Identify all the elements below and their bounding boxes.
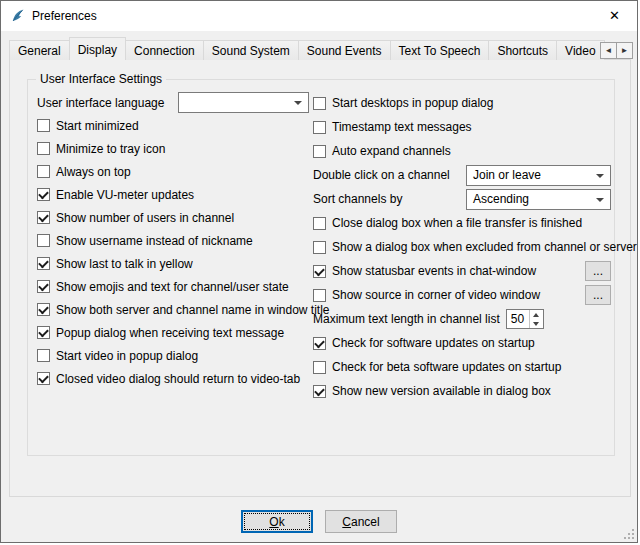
double-click-combobox[interactable]: Join or leave bbox=[466, 165, 611, 186]
double-click-value: Join or leave bbox=[473, 168, 541, 182]
checkbox-row: Auto expand channels bbox=[313, 139, 611, 163]
ok-button[interactable]: Ok bbox=[241, 510, 313, 533]
checkbox-row: Show username instead of nickname bbox=[37, 229, 309, 252]
checkbox-label: Auto expand channels bbox=[332, 144, 451, 158]
video-source-more-button[interactable]: ... bbox=[585, 285, 611, 305]
checkbox-label: Close dialog box when a file transfer is… bbox=[332, 216, 582, 230]
statusbar-events-more-button[interactable]: ... bbox=[585, 261, 611, 281]
spinner-down-icon[interactable] bbox=[530, 319, 543, 328]
left-column: User interface language Start minimized … bbox=[37, 91, 309, 390]
checkbox-label: Popup dialog when receiving text message bbox=[56, 326, 284, 340]
chevron-down-icon bbox=[294, 101, 302, 105]
video-source-row: Show source in corner of video window ..… bbox=[313, 283, 611, 307]
checkbox-row: Timestamp text messages bbox=[313, 115, 611, 139]
checkbox[interactable] bbox=[313, 361, 326, 374]
checkbox-label: Start minimized bbox=[56, 119, 139, 133]
checkbox[interactable] bbox=[37, 188, 50, 201]
checkbox-row: Check for software updates on startup bbox=[313, 331, 611, 355]
language-combobox[interactable] bbox=[178, 92, 309, 113]
sort-channels-combobox[interactable]: Ascending bbox=[466, 189, 611, 210]
checkbox-row: Start minimized bbox=[37, 114, 309, 137]
checkbox[interactable] bbox=[37, 326, 50, 339]
checkbox[interactable] bbox=[37, 142, 50, 155]
checkbox-label: Minimize to tray icon bbox=[56, 142, 165, 156]
language-label: User interface language bbox=[37, 96, 164, 110]
checkbox[interactable] bbox=[37, 165, 50, 178]
checkbox[interactable] bbox=[313, 145, 326, 158]
checkbox[interactable] bbox=[313, 241, 326, 254]
preferences-dialog: Preferences ✕ General Display Connection… bbox=[0, 0, 638, 543]
double-click-label: Double click on a channel bbox=[313, 168, 450, 182]
checkbox-row: Show last to talk in yellow bbox=[37, 252, 309, 275]
checkbox-label: Timestamp text messages bbox=[332, 120, 472, 134]
checkbox-label: Show a dialog box when excluded from cha… bbox=[332, 240, 637, 254]
checkbox[interactable] bbox=[313, 121, 326, 134]
checkbox[interactable] bbox=[37, 349, 50, 362]
dialog-buttons: Ok Cancel bbox=[1, 510, 637, 533]
checkbox[interactable] bbox=[313, 265, 326, 278]
checkbox-label: Start desktops in popup dialog bbox=[332, 96, 493, 110]
cancel-button[interactable]: Cancel bbox=[325, 510, 397, 533]
tab-general[interactable]: General bbox=[9, 40, 70, 60]
checkbox-label: Always on top bbox=[56, 165, 131, 179]
tab-display[interactable]: Display bbox=[69, 37, 126, 60]
chevron-down-icon bbox=[596, 198, 604, 202]
right-column: Start desktops in popup dialog Timestamp… bbox=[313, 91, 611, 403]
spinner-up-icon[interactable] bbox=[530, 310, 543, 319]
checkbox-row: Start desktops in popup dialog bbox=[313, 91, 611, 115]
checkbox-label: Check for software updates on startup bbox=[332, 336, 535, 350]
ok-rest: k bbox=[279, 515, 285, 529]
window-title: Preferences bbox=[32, 9, 97, 23]
checkbox-row: Show both server and channel name in win… bbox=[37, 298, 309, 321]
checkbox-row: Closed video dialog should return to vid… bbox=[37, 367, 309, 390]
checkbox[interactable] bbox=[313, 385, 326, 398]
checkbox[interactable] bbox=[37, 234, 50, 247]
checkbox-label: Show both server and channel name in win… bbox=[56, 303, 330, 317]
tab-text-to-speech[interactable]: Text To Speech bbox=[390, 40, 490, 60]
statusbar-events-row: Show statusbar events in chat-window ... bbox=[313, 259, 611, 283]
app-icon bbox=[10, 8, 26, 24]
max-text-length-value: 50 bbox=[507, 310, 529, 328]
double-click-row: Double click on a channel Join or leave bbox=[313, 163, 611, 187]
checkbox-label: Start video in popup dialog bbox=[56, 349, 198, 363]
checkbox-row: Show new version available in dialog box bbox=[313, 379, 611, 403]
tab-scroll: ◄ ► bbox=[601, 42, 633, 59]
checkbox[interactable] bbox=[313, 217, 326, 230]
tab-sound-system[interactable]: Sound System bbox=[203, 40, 299, 60]
language-row: User interface language bbox=[37, 91, 309, 114]
checkbox[interactable] bbox=[37, 211, 50, 224]
tab-video[interactable]: Video bbox=[556, 40, 604, 60]
tab-shortcuts[interactable]: Shortcuts bbox=[488, 40, 557, 60]
tab-scroll-right-icon[interactable]: ► bbox=[616, 42, 633, 59]
cancel-rest: ancel bbox=[351, 515, 380, 529]
checkbox-row: Popup dialog when receiving text message bbox=[37, 321, 309, 344]
checkbox-row: Show emojis and text for channel/user st… bbox=[37, 275, 309, 298]
checkbox-row: Show a dialog box when excluded from cha… bbox=[313, 235, 611, 259]
checkbox-label: Show number of users in channel bbox=[56, 211, 234, 225]
tab-sound-events[interactable]: Sound Events bbox=[298, 40, 391, 60]
ok-accel: O bbox=[269, 515, 278, 529]
checkbox[interactable] bbox=[37, 119, 50, 132]
checkbox[interactable] bbox=[37, 257, 50, 270]
tab-strip: General Display Connection Sound System … bbox=[9, 37, 613, 60]
tab-connection[interactable]: Connection bbox=[125, 40, 204, 60]
checkbox[interactable] bbox=[313, 97, 326, 110]
checkbox[interactable] bbox=[37, 280, 50, 293]
checkbox[interactable] bbox=[37, 372, 50, 385]
checkbox-label: Show source in corner of video window bbox=[332, 288, 540, 302]
max-text-length-spinner[interactable]: 50 bbox=[506, 309, 544, 329]
cancel-accel: C bbox=[342, 515, 351, 529]
checkbox[interactable] bbox=[313, 337, 326, 350]
checkbox-label: Enable VU-meter updates bbox=[56, 188, 194, 202]
checkbox[interactable] bbox=[37, 303, 50, 316]
checkbox-row: Start video in popup dialog bbox=[37, 344, 309, 367]
sort-channels-label: Sort channels by bbox=[313, 192, 402, 206]
tab-scroll-left-icon[interactable]: ◄ bbox=[600, 42, 617, 59]
close-icon[interactable]: ✕ bbox=[592, 1, 637, 30]
sort-channels-row: Sort channels by Ascending bbox=[313, 187, 611, 211]
group-title: User Interface Settings bbox=[36, 72, 166, 86]
checkbox[interactable] bbox=[313, 289, 326, 302]
checkbox-label: Check for beta software updates on start… bbox=[332, 360, 561, 374]
checkbox-label: Show username instead of nickname bbox=[56, 234, 253, 248]
checkbox-label: Show last to talk in yellow bbox=[56, 257, 193, 271]
